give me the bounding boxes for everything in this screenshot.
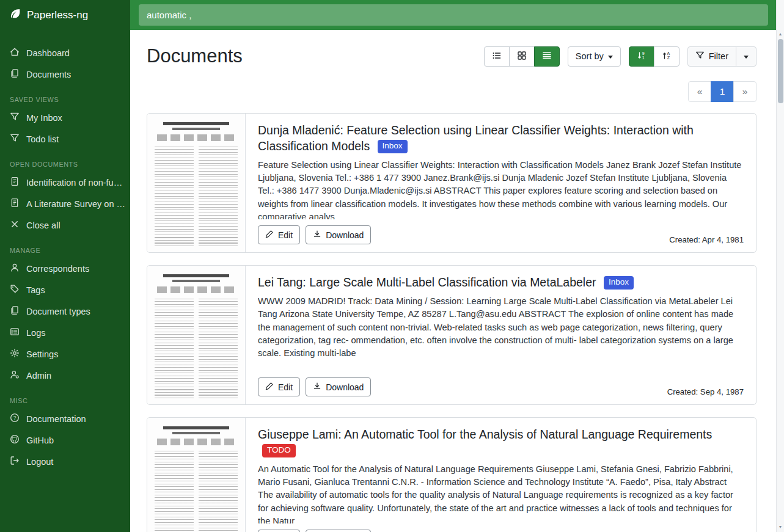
edit-button[interactable]: Edit xyxy=(258,225,300,244)
sort-by-dropdown[interactable]: Sort by xyxy=(568,46,621,67)
filter-label: Filter xyxy=(709,51,728,61)
scrollbar-down-arrow[interactable]: ▼ xyxy=(777,523,784,531)
scrollbar[interactable]: ▲ ▼ xyxy=(776,0,784,532)
document-card-footer: Edit Download xyxy=(258,523,744,532)
content: Documents Sort by xyxy=(130,30,784,532)
sidebar-item-dashboard[interactable]: Dashboard xyxy=(0,42,130,64)
sidebar-item-label: Dashboard xyxy=(26,48,70,58)
scrollbar-up-arrow[interactable]: ▲ xyxy=(777,31,784,38)
document-title: Giuseppe Lami: An Automatic Tool for the… xyxy=(258,427,744,459)
sidebar-item-label: GitHub xyxy=(26,435,54,445)
sidebar-item-close-all[interactable]: Close all xyxy=(0,214,130,236)
sidebar-item-admin[interactable]: Admin xyxy=(0,365,130,386)
view-toggle-group xyxy=(484,46,560,67)
details-view-icon xyxy=(542,51,552,62)
download-button[interactable]: Download xyxy=(306,530,371,532)
list-view-icon xyxy=(492,51,502,62)
brand-link[interactable]: Paperless-ng xyxy=(0,0,130,30)
view-details-button[interactable] xyxy=(534,46,560,67)
sidebar-item-todo-list[interactable]: Todo list xyxy=(0,128,130,150)
leaf-icon xyxy=(9,7,21,23)
document-tag-badge[interactable]: TODO xyxy=(262,444,296,457)
files-icon xyxy=(10,68,20,80)
sort-numeric-down-icon: 91 xyxy=(637,51,647,62)
sidebar-item-settings[interactable]: Settings xyxy=(0,343,130,365)
document-card: Lei Tang: Large Scale Multi-Label Classi… xyxy=(147,265,757,405)
funnel-icon xyxy=(10,133,20,145)
document-tag-badge[interactable]: Inbox xyxy=(604,276,634,290)
sort-alpha-up-icon: AZ xyxy=(662,51,672,62)
pagination-next[interactable]: » xyxy=(733,81,757,102)
document-title: Dunja Mladenić: Feature Selection using … xyxy=(258,123,744,155)
logout-icon xyxy=(10,456,20,467)
sidebar-item-open-document-1[interactable]: Identification of non-fu… xyxy=(0,172,130,193)
pencil-icon xyxy=(265,230,274,240)
toolbar-controls: Sort by 91 AZ Filte xyxy=(484,46,757,67)
document-title-link[interactable]: Lei Tang: Large Scale Multi-Label Classi… xyxy=(258,275,596,289)
file-text-icon xyxy=(10,198,20,210)
edit-button[interactable]: Edit xyxy=(258,530,300,532)
sidebar-item-tags[interactable]: Tags xyxy=(0,279,130,301)
document-title-link[interactable]: Dunja Mladenić: Feature Selection using … xyxy=(258,123,694,153)
sidebar-item-label: My Inbox xyxy=(26,113,62,123)
page-title: Documents xyxy=(147,44,243,68)
sidebar-item-open-document-2[interactable]: A Literature Survey on … xyxy=(0,193,130,214)
download-button[interactable]: Download xyxy=(306,377,371,396)
sidebar-item-label: Documents xyxy=(26,70,71,79)
view-list-button[interactable] xyxy=(484,46,510,67)
saved-views-heading: SAVED VIEWS xyxy=(0,85,130,107)
document-excerpt: An Automatic Tool for the Analysis of Na… xyxy=(258,463,744,523)
sidebar-item-correspondents[interactable]: Correspondents xyxy=(0,258,130,279)
sidebar-item-my-inbox[interactable]: My Inbox xyxy=(0,107,130,128)
thumbnail-title-line xyxy=(163,122,230,125)
download-icon xyxy=(313,382,321,392)
pagination-page-1[interactable]: 1 xyxy=(711,81,734,102)
document-title-link[interactable]: Giuseppe Lami: An Automatic Tool for the… xyxy=(258,428,712,441)
pagination-prev[interactable]: « xyxy=(688,81,711,102)
document-card-body: Lei Tang: Large Scale Multi-Label Classi… xyxy=(246,266,756,404)
sort-ascending-button[interactable]: AZ xyxy=(654,46,680,67)
document-actions: Edit Download xyxy=(258,530,371,532)
close-icon xyxy=(10,219,20,231)
open-documents-heading: OPEN DOCUMENTS xyxy=(0,150,130,172)
sidebar-item-documents[interactable]: Documents xyxy=(0,64,130,85)
thumbnail-authors-line xyxy=(157,286,235,293)
sidebar-item-label: A Literature Survey on … xyxy=(26,199,125,209)
document-excerpt: WWW 2009 MADRID! Track: Data Mining / Se… xyxy=(258,295,744,371)
list-icon xyxy=(10,327,20,338)
documents-toolbar: Documents Sort by xyxy=(147,44,757,68)
sidebar-item-label: Close all xyxy=(26,220,60,230)
download-button[interactable]: Download xyxy=(306,225,371,244)
sidebar-item-label: Settings xyxy=(26,349,58,359)
sidebar-item-github[interactable]: GitHub xyxy=(0,429,130,451)
pencil-icon xyxy=(265,382,274,392)
sort-descending-button[interactable]: 91 xyxy=(629,46,654,67)
view-grid-button[interactable] xyxy=(509,46,535,67)
edit-label: Edit xyxy=(278,230,293,240)
document-card-footer: Edit Download Created: Apr 4, 1981 xyxy=(258,219,744,244)
thumbnail-authors-line xyxy=(157,439,235,445)
filter-dropdown-toggle[interactable] xyxy=(736,46,757,67)
search-input[interactable] xyxy=(139,4,768,26)
github-icon xyxy=(10,434,20,446)
filter-button[interactable]: Filter xyxy=(687,46,736,67)
thumbnail-title-line xyxy=(163,426,230,429)
document-thumbnail[interactable] xyxy=(147,114,246,252)
document-thumbnail[interactable] xyxy=(147,418,246,532)
document-thumbnail[interactable] xyxy=(147,266,246,404)
sort-direction-group: 91 AZ xyxy=(629,46,680,67)
edit-button[interactable]: Edit xyxy=(258,377,300,396)
document-tag-badge[interactable]: Inbox xyxy=(378,140,408,153)
chevron-down-icon xyxy=(744,56,749,59)
sidebar-item-label: Identification of non-fu… xyxy=(26,178,122,188)
sidebar-item-document-types[interactable]: Document types xyxy=(0,301,130,322)
file-text-icon xyxy=(10,177,20,188)
sidebar-item-documentation[interactable]: ? Documentation xyxy=(0,408,130,429)
document-actions: Edit Download xyxy=(258,377,371,396)
sidebar-item-logout[interactable]: Logout xyxy=(0,451,130,472)
document-card: Dunja Mladenić: Feature Selection using … xyxy=(147,113,757,253)
scrollbar-thumb[interactable] xyxy=(778,39,783,103)
sidebar-item-label: Document types xyxy=(26,307,90,316)
sidebar-item-logs[interactable]: Logs xyxy=(0,322,130,343)
sort-by-label: Sort by xyxy=(576,51,604,61)
